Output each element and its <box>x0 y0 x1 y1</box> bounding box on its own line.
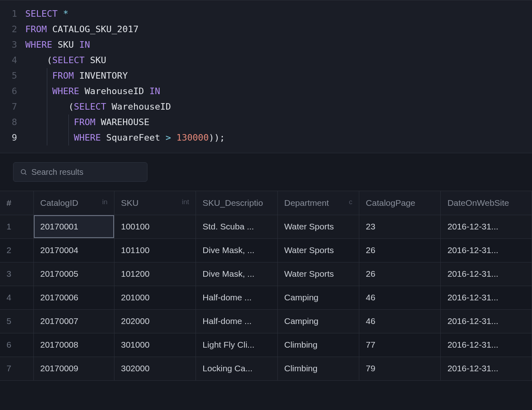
results-grid[interactable]: #CatalogIDinSKUintSKU_DescriptioDepartme… <box>0 191 532 381</box>
row-number-header[interactable]: # <box>0 191 33 215</box>
row-number: 3 <box>0 262 33 286</box>
cell[interactable]: 2016-12-31... <box>441 238 532 262</box>
line-number: 4 <box>0 53 25 68</box>
cell[interactable]: 20170009 <box>33 357 114 380</box>
table-row[interactable]: 720170009302000Locking Ca...Climbing7920… <box>0 357 532 380</box>
cell[interactable]: Water Sports <box>277 215 359 238</box>
table-row[interactable]: 320170005101200Dive Mask, ...Water Sport… <box>0 262 532 286</box>
table-row[interactable]: 420170006201000Half-dome ...Camping46201… <box>0 286 532 309</box>
code-content[interactable]: WHERE SquareFeet > 130000)); <box>25 130 225 145</box>
code-content[interactable]: FROM CATALOG_SKU_2017 <box>25 22 138 37</box>
column-header[interactable]: CatalogIDin <box>33 191 114 215</box>
cell[interactable]: 100100 <box>114 215 196 238</box>
code-content[interactable]: WHERE SKU IN <box>25 37 90 53</box>
code-line[interactable]: 5 FROM INVENTORY <box>0 68 532 84</box>
column-header[interactable]: SKU_Descriptio <box>196 191 277 215</box>
cell[interactable]: 2016-12-31... <box>441 286 532 309</box>
line-number: 5 <box>0 68 25 84</box>
cell[interactable]: Camping <box>277 286 359 309</box>
search-icon <box>20 168 27 176</box>
cell[interactable]: Water Sports <box>277 238 359 262</box>
cell[interactable]: 46 <box>359 309 441 333</box>
cell[interactable]: 2016-12-31... <box>441 357 532 380</box>
cell[interactable]: 101200 <box>114 262 196 286</box>
cell[interactable]: Water Sports <box>277 262 359 286</box>
cell[interactable]: 20170005 <box>33 262 114 286</box>
line-number: 8 <box>0 115 25 130</box>
cell[interactable]: 2016-12-31... <box>441 215 532 238</box>
cell[interactable]: Climbing <box>277 333 359 357</box>
svg-line-1 <box>25 173 26 174</box>
cell[interactable]: 79 <box>359 357 441 380</box>
cell[interactable]: 202000 <box>114 309 196 333</box>
cell[interactable]: 2016-12-31... <box>441 333 532 357</box>
cell[interactable]: 20170007 <box>33 309 114 333</box>
column-header[interactable]: CatalogPage <box>359 191 441 215</box>
line-number: 3 <box>0 37 25 53</box>
row-number: 2 <box>0 238 33 262</box>
search-input[interactable] <box>31 168 141 177</box>
code-line[interactable]: 8 FROM WAREHOUSE <box>0 115 532 130</box>
cell[interactable]: 20170006 <box>33 286 114 309</box>
table-row[interactable]: 520170007202000Half-dome ...Camping46201… <box>0 309 532 333</box>
cell[interactable]: Half-dome ... <box>196 309 277 333</box>
sql-editor[interactable]: 1SELECT *2FROM CATALOG_SKU_20173WHERE SK… <box>0 0 532 153</box>
code-content[interactable]: FROM WAREHOUSE <box>25 115 149 130</box>
row-number: 6 <box>0 333 33 357</box>
code-line[interactable]: 3WHERE SKU IN <box>0 37 532 53</box>
cell[interactable]: 101100 <box>114 238 196 262</box>
row-number: 5 <box>0 309 33 333</box>
cell[interactable]: 20170008 <box>33 333 114 357</box>
code-line[interactable]: 4 (SELECT SKU <box>0 53 532 68</box>
cell[interactable]: 23 <box>359 215 441 238</box>
line-number: 2 <box>0 22 25 37</box>
cell[interactable]: Dive Mask, ... <box>196 238 277 262</box>
line-number: 7 <box>0 99 25 115</box>
table-row[interactable]: 220170004101100Dive Mask, ...Water Sport… <box>0 238 532 262</box>
code-content[interactable]: (SELECT SKU <box>25 53 106 68</box>
code-line[interactable]: 9 WHERE SquareFeet > 130000)); <box>0 130 532 145</box>
code-line[interactable]: 1SELECT * <box>0 6 532 22</box>
cell[interactable]: 201000 <box>114 286 196 309</box>
table-row[interactable]: 620170008301000Light Fly Cli...Climbing7… <box>0 333 532 357</box>
cell[interactable]: Locking Ca... <box>196 357 277 380</box>
cell[interactable]: 2016-12-31... <box>441 262 532 286</box>
column-header[interactable]: DateOnWebSite <box>441 191 532 215</box>
cell[interactable]: 20170001 <box>33 215 114 238</box>
cell[interactable]: 77 <box>359 333 441 357</box>
search-results-box[interactable] <box>13 162 147 182</box>
table-row[interactable]: 120170001100100Std. Scuba ...Water Sport… <box>0 215 532 238</box>
cell[interactable]: Half-dome ... <box>196 286 277 309</box>
code-line[interactable]: 7 (SELECT WarehouseID <box>0 99 532 115</box>
code-content[interactable]: FROM INVENTORY <box>25 68 128 84</box>
column-header[interactable]: Departmentc <box>277 191 359 215</box>
cell[interactable]: Dive Mask, ... <box>196 262 277 286</box>
line-number: 9 <box>0 130 25 145</box>
cell[interactable]: 2016-12-31... <box>441 309 532 333</box>
cell[interactable]: 26 <box>359 238 441 262</box>
cell[interactable]: 20170004 <box>33 238 114 262</box>
code-content[interactable]: SELECT * <box>25 6 68 22</box>
cell[interactable]: Camping <box>277 309 359 333</box>
row-number: 7 <box>0 357 33 380</box>
code-line[interactable]: 6 WHERE WarehouseID IN <box>0 84 532 99</box>
line-number: 6 <box>0 84 25 99</box>
cell[interactable]: 26 <box>359 262 441 286</box>
code-content[interactable]: (SELECT WarehouseID <box>25 99 171 115</box>
results-toolbar <box>0 153 532 191</box>
line-number: 1 <box>0 6 25 22</box>
cell[interactable]: Climbing <box>277 357 359 380</box>
code-content[interactable]: WHERE WarehouseID IN <box>25 84 160 99</box>
row-number: 1 <box>0 215 33 238</box>
cell[interactable]: Light Fly Cli... <box>196 333 277 357</box>
cell[interactable]: 301000 <box>114 333 196 357</box>
row-number: 4 <box>0 286 33 309</box>
svg-point-0 <box>21 170 26 174</box>
column-header[interactable]: SKUint <box>114 191 196 215</box>
cell[interactable]: 302000 <box>114 357 196 380</box>
cell[interactable]: Std. Scuba ... <box>196 215 277 238</box>
code-line[interactable]: 2FROM CATALOG_SKU_2017 <box>0 22 532 37</box>
cell[interactable]: 46 <box>359 286 441 309</box>
